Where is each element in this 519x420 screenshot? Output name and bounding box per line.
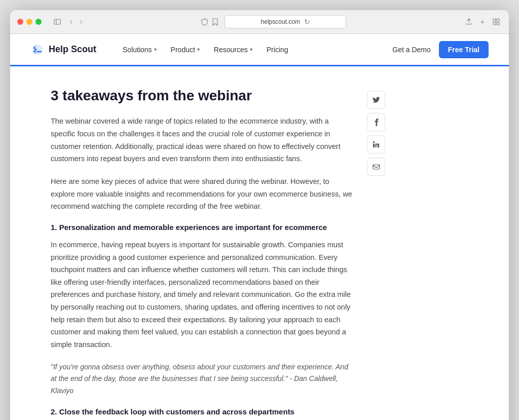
email-share-button[interactable] <box>367 158 385 176</box>
sidebar-toggle-button[interactable] <box>52 17 63 26</box>
browser-chrome: ‹ › helpscout.com ↻ <box>10 10 509 34</box>
shield-icon <box>201 18 208 26</box>
minimize-button[interactable] <box>26 19 32 25</box>
email-icon <box>373 164 380 170</box>
section-1-heading: 1. Personalization and memorable experie… <box>51 223 355 232</box>
svg-rect-3 <box>497 19 499 21</box>
svg-rect-4 <box>493 22 496 25</box>
nav-links: Solutions ▾ Product ▾ Resources ▾ Pricin… <box>117 42 392 58</box>
logo-icon <box>30 43 45 57</box>
article-body: 3 takeaways from the webinar The webinar… <box>51 87 355 420</box>
maximize-button[interactable] <box>35 19 42 25</box>
address-bar-container: helpscout.com ↻ <box>90 15 458 28</box>
nav-actions: Get a Demo Free Trial <box>392 41 489 58</box>
traffic-lights <box>17 19 42 25</box>
svg-rect-7 <box>373 144 375 148</box>
website-content: Help Scout Solutions ▾ Product ▾ Resourc… <box>10 34 509 420</box>
svg-rect-6 <box>373 141 375 143</box>
linkedin-icon <box>373 141 380 148</box>
nav-buttons: ‹ › <box>68 16 85 27</box>
get-demo-button[interactable]: Get a Demo <box>392 46 430 54</box>
free-trial-button[interactable]: Free Trial <box>439 41 489 58</box>
chevron-down-icon: ▾ <box>197 47 200 52</box>
article-paragraph-1: The webinar covered a wide range of topi… <box>51 115 355 165</box>
tab-overview-button[interactable] <box>491 17 502 26</box>
logo[interactable]: Help Scout <box>30 43 96 57</box>
section-2-heading: 2. Close the feedback loop with customer… <box>51 407 355 416</box>
svg-rect-5 <box>497 22 499 25</box>
article-title: 3 takeaways from the webinar <box>51 87 355 105</box>
facebook-icon <box>374 118 379 126</box>
bookmark-icon <box>212 18 218 26</box>
refresh-icon[interactable]: ↻ <box>304 18 310 26</box>
address-bar[interactable]: helpscout.com ↻ <box>225 15 346 28</box>
twitter-share-button[interactable] <box>367 91 385 109</box>
nav-resources[interactable]: Resources ▾ <box>208 42 258 58</box>
facebook-share-button[interactable] <box>367 113 385 131</box>
back-button[interactable]: ‹ <box>68 16 75 27</box>
svg-rect-2 <box>493 19 496 21</box>
new-tab-button[interactable]: + <box>478 17 487 27</box>
social-sidebar <box>367 87 385 420</box>
nav-pricing[interactable]: Pricing <box>261 42 294 58</box>
close-button[interactable] <box>17 19 23 25</box>
twitter-icon <box>373 97 380 103</box>
section-1-body: In ecommerce, having repeat buyers is im… <box>51 239 355 351</box>
article-paragraph-2: Here are some key pieces of advice that … <box>51 175 355 213</box>
main-content: 3 takeaways from the webinar The webinar… <box>10 66 509 420</box>
chevron-down-icon: ▾ <box>250 47 252 52</box>
forward-button[interactable]: › <box>78 16 84 27</box>
navbar: Help Scout Solutions ▾ Product ▾ Resourc… <box>10 34 509 66</box>
linkedin-share-button[interactable] <box>367 135 385 154</box>
security-icons <box>201 18 218 26</box>
url-text: helpscout.com <box>261 18 300 25</box>
browser-actions: + <box>463 17 502 27</box>
svg-rect-0 <box>54 19 60 24</box>
window-controls <box>52 17 63 26</box>
logo-text: Help Scout <box>49 44 96 55</box>
svg-rect-8 <box>373 165 380 169</box>
nav-solutions[interactable]: Solutions ▾ <box>117 42 163 58</box>
share-button[interactable] <box>463 17 474 26</box>
nav-product[interactable]: Product ▾ <box>165 42 206 58</box>
browser-window: ‹ › helpscout.com ↻ <box>10 10 509 420</box>
chevron-down-icon: ▾ <box>154 47 157 52</box>
section-1-quote: "If you're gonna obsess over anything, o… <box>51 361 355 397</box>
